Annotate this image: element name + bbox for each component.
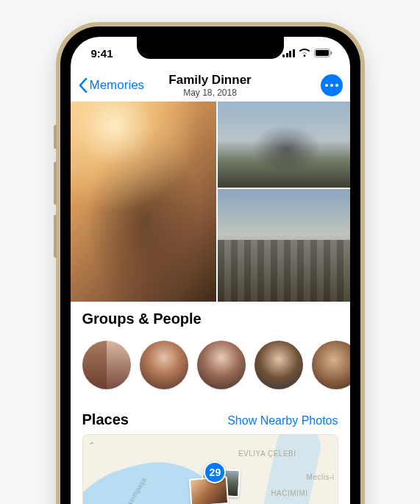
svg-rect-2 [330,52,332,54]
memory-photo[interactable] [218,102,350,188]
map-label: HACIMIMI [271,489,307,497]
compass-icon: ⌃ [88,440,96,451]
cellular-icon [282,49,295,57]
photo-grid [71,102,350,302]
phone-frame: 9:41 Memories Family Dinner [56,22,365,504]
more-button[interactable] [321,74,343,96]
back-button[interactable]: Memories [78,78,145,93]
places-section-title: Places [82,411,129,428]
people-avatar[interactable] [312,341,350,389]
nav-title-block: Family Dinner May 18, 2018 [168,73,251,98]
wifi-icon [299,49,310,57]
map-photo-cluster[interactable]: 29 [196,473,234,501]
ellipsis-icon [325,84,328,87]
people-section-title: Groups & People [82,310,202,327]
memory-photo[interactable] [71,102,216,302]
notch [137,37,284,59]
page-subtitle: May 18, 2018 [168,88,251,98]
battery-icon [314,49,332,57]
show-nearby-button[interactable]: Show Nearby Photos [227,414,338,427]
screen: 9:41 Memories Family Dinner [71,37,350,504]
people-section: Groups & People [71,302,350,333]
people-group-avatar[interactable] [82,341,131,389]
memory-photo[interactable] [218,189,350,302]
cluster-count-badge: 29 [204,461,226,483]
people-avatar[interactable] [197,341,246,389]
page-title: Family Dinner [168,73,251,88]
places-map[interactable]: ⌃ Eminönü - Kasımpaşa EVLIYA ÇELEBI HACI… [82,434,338,504]
chevron-left-icon [78,78,88,93]
people-row[interactable] [71,333,350,402]
places-section: Places Show Nearby Photos [71,402,350,434]
svg-rect-1 [316,50,329,56]
people-avatar[interactable] [255,341,303,389]
map-label: EVLIYA ÇELEBI [238,450,296,458]
map-label: Meclis-i [307,473,335,481]
back-label: Memories [90,78,145,93]
status-time: 9:41 [91,47,143,60]
people-avatar[interactable] [140,341,188,389]
nav-bar: Memories Family Dinner May 18, 2018 [71,69,350,102]
